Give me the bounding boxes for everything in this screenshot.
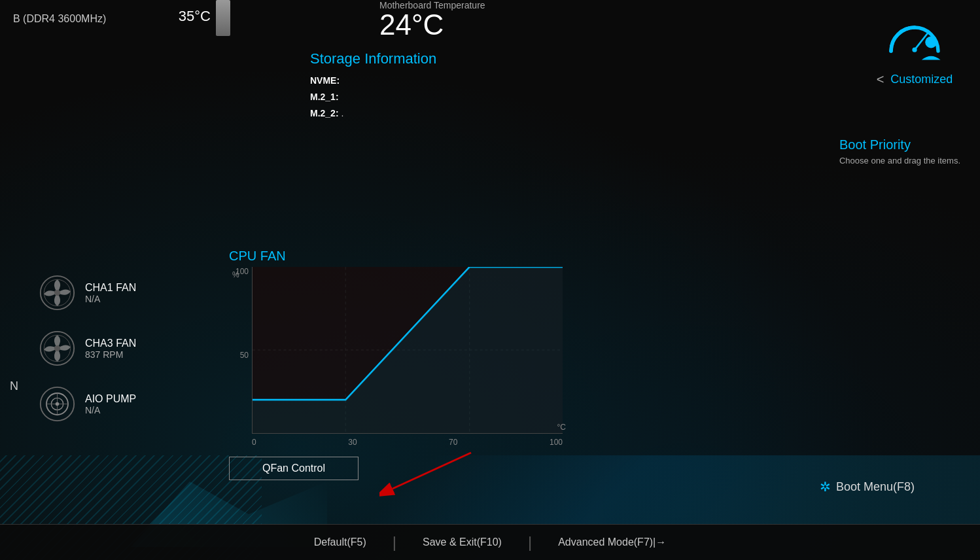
svg-point-8 <box>54 345 60 351</box>
temp-bar: 35°C <box>216 0 230 36</box>
memory-info: B (DDR4 3600MHz) <box>13 13 106 25</box>
x-30: 30 <box>348 438 357 447</box>
fan-name-cha1: CHA1 FAN <box>85 282 136 294</box>
storage-nvme-row: NVME: <box>310 73 436 89</box>
x-100: 100 <box>550 438 563 447</box>
cpu-fan-title: CPU FAN <box>229 249 569 264</box>
boot-menu: ✲ Boot Menu(F8) <box>820 479 915 495</box>
fan-speed-cha3: 837 RPM <box>85 349 136 360</box>
fan-section-label: N <box>10 379 18 393</box>
bottom-bar: Default(F5) | Save & Exit(F10) | Advance… <box>0 524 980 560</box>
fan-item-aio: AIO PUMP N/A <box>39 386 136 422</box>
qfan-control-button[interactable]: QFan Control <box>229 457 359 480</box>
storage-m21-label: M.2_1: <box>310 92 339 102</box>
fan-speed-aio: N/A <box>85 405 136 415</box>
svg-point-2 <box>925 37 937 48</box>
temp-unit: °C <box>557 423 566 432</box>
fan-details-aio: AIO PUMP N/A <box>85 393 136 415</box>
fan-icon-cha1 <box>39 275 75 311</box>
svg-point-14 <box>56 402 60 406</box>
profile-area: < Customized <box>849 0 980 97</box>
fan-item-cha3: CHA3 FAN 837 RPM <box>39 330 136 366</box>
svg-line-21 <box>393 453 471 489</box>
mb-temp-value: 24°C <box>379 10 485 39</box>
fan-item-cha1: CHA1 FAN N/A <box>39 275 136 311</box>
storage-m22-label: M.2_2: <box>310 108 339 118</box>
fan-speed-cha1: N/A <box>85 294 136 304</box>
fan-info: CHA1 FAN N/A CHA3 FAN 837 RPM <box>39 275 136 442</box>
snowflake-icon: ✲ <box>820 479 831 495</box>
x-70: 70 <box>449 438 457 447</box>
storage-m22-row: M.2_2: . <box>310 105 436 122</box>
chart-canvas <box>252 267 563 434</box>
svg-point-1 <box>912 48 917 52</box>
main-content: B (DDR4 3600MHz) 35°C Motherboard Temper… <box>0 0 980 560</box>
fan-name-aio: AIO PUMP <box>85 393 136 405</box>
storage-nvme-label: NVME: <box>310 75 340 86</box>
profile-name: Customized <box>890 73 953 86</box>
default-f5-btn[interactable]: Default(F5) <box>288 536 393 548</box>
temp-bar-wrapper: 35°C <box>216 0 230 36</box>
storage-m22-value: . <box>341 108 343 118</box>
advanced-mode-btn[interactable]: Advanced Mode(F7)|→ <box>532 536 692 548</box>
boot-menu-label: Boot Menu(F8) <box>836 480 915 494</box>
svg-point-5 <box>54 290 60 296</box>
memory-label: B (DDR4 3600MHz) <box>13 13 106 24</box>
profile-nav: < Customized <box>877 72 953 87</box>
fan-icon-cha3 <box>39 330 75 366</box>
fan-icon-aio <box>39 386 75 422</box>
fan-chart: % 100 50 <box>229 267 569 450</box>
fan-details-cha1: CHA1 FAN N/A <box>85 282 136 304</box>
storage-m21-row: M.2_1: <box>310 89 436 105</box>
cpu-fan-section: CPU FAN % 100 50 <box>229 249 569 480</box>
storage-info: Storage Information NVME: M.2_1: M.2_2: … <box>310 50 436 122</box>
fan-name-cha3: CHA3 FAN <box>85 338 136 349</box>
storage-title: Storage Information <box>310 50 436 67</box>
boot-menu-btn[interactable]: ✲ Boot Menu(F8) <box>820 479 915 495</box>
profile-icon <box>885 10 944 69</box>
chart-x-axis: 0 30 70 100 <box>252 438 563 447</box>
boot-priority-desc: Choose one and drag the items. <box>839 156 960 166</box>
boot-priority-title: Boot Priority <box>839 137 960 152</box>
fan-details-cha3: CHA3 FAN 837 RPM <box>85 338 136 360</box>
mb-temp-section: Motherboard Temperature 24°C <box>379 0 485 39</box>
x-0: 0 <box>252 438 256 447</box>
y-50: 50 <box>240 351 249 360</box>
cpu-temp-value: 35°C <box>179 8 211 25</box>
chart-y-axis: 100 50 <box>236 267 249 434</box>
y-100: 100 <box>236 267 249 276</box>
arrow-annotation <box>379 446 478 501</box>
save-exit-btn[interactable]: Save & Exit(F10) <box>396 536 528 548</box>
boot-priority: Boot Priority Choose one and drag the it… <box>839 137 960 166</box>
profile-nav-arrow[interactable]: < <box>877 72 884 87</box>
